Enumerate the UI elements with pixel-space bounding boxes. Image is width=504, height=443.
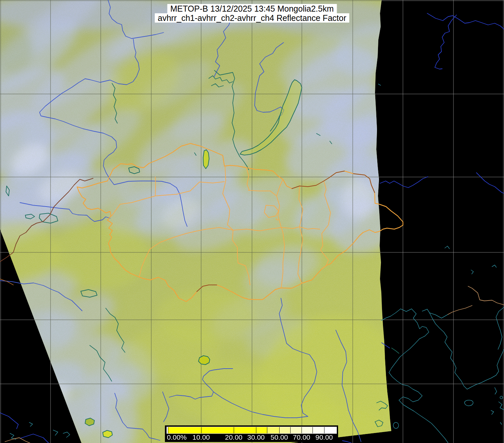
color-scale-segment (267, 427, 279, 433)
color-scale-segment (324, 427, 336, 433)
color-scale-segment (256, 427, 267, 433)
satellite-map (0, 0, 504, 443)
color-scale-segment (290, 427, 302, 433)
color-scale-tick-label: 50.00 (271, 434, 288, 441)
satellite-image-viewer: METOP-B 13/12/2025 13:45 Mongolia2.5km a… (0, 0, 504, 443)
color-scale-tick-label: 70.00 (293, 434, 311, 441)
color-scale-segment (302, 427, 313, 433)
color-scale-tick-label: 20.00 (225, 434, 243, 441)
color-scale-tick-label: 90.00 (315, 434, 333, 441)
reflectance-color-scale: 0.00%10.0020.0030.0050.0070.0090.00 (165, 425, 338, 442)
color-scale-segment (313, 427, 324, 433)
color-scale-gradient (167, 427, 337, 434)
product-title: METOP-B 13/12/2025 13:45 Mongolia2.5km (167, 4, 337, 13)
color-scale-segment (234, 427, 256, 433)
color-scale-tick-label: 30.00 (247, 434, 265, 441)
color-scale-tick-label: 10.00 (192, 434, 210, 441)
color-scale-tick-label: 0.00% (167, 434, 187, 441)
color-scale-segment (168, 427, 201, 433)
color-scale-segment (201, 427, 234, 433)
color-scale-segment (279, 427, 290, 433)
product-subtitle: avhrr_ch1-avhrr_ch2-avhrr_ch4 Reflectanc… (155, 13, 349, 23)
